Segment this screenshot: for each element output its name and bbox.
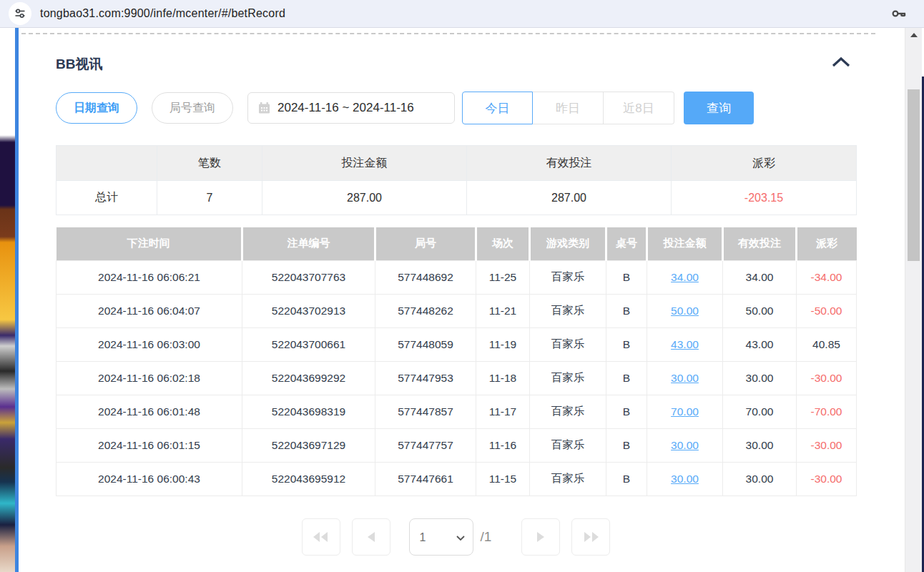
cell-game: 百家乐 [530, 327, 606, 361]
tune-icon [14, 8, 26, 19]
table-row: 2024-11-16 06:04:07522043702913577448262… [56, 294, 857, 327]
calendar-icon [258, 102, 270, 114]
cell-bet: 30.00 [647, 462, 723, 495]
cell-table_no: B [606, 294, 647, 327]
page-total: /1 [481, 529, 492, 545]
cell-session: 11-18 [476, 361, 530, 395]
last-page-button[interactable] [571, 518, 610, 556]
cell-time: 2024-11-16 06:04:07 [56, 294, 242, 327]
password-key-icon[interactable] [891, 6, 908, 24]
cell-time: 2024-11-16 06:02:18 [56, 361, 242, 395]
cell-bet: 43.00 [647, 327, 723, 361]
filter-bar: 日期查询 局号查询 2024-11-16 ~ 2024-11-16 今日 昨日 … [56, 92, 754, 124]
round-query-tab[interactable]: 局号查询 [152, 92, 233, 124]
url-text[interactable]: tongbao31.com:9900/infe/mcenter/#/betRec… [40, 7, 285, 20]
page-select-dropdown[interactable]: 1 [410, 519, 473, 555]
yesterday-button[interactable]: 昨日 [533, 92, 604, 124]
cell-table_no: B [606, 395, 647, 428]
cell-order: 522043700661 [242, 327, 375, 361]
cell-game: 百家乐 [530, 361, 606, 395]
header-bet-time: 下注时间 [56, 227, 242, 260]
cell-session: 11-21 [476, 294, 530, 327]
cell-payout: -70.00 [797, 395, 857, 428]
cell-bet: 30.00 [647, 361, 723, 395]
today-button[interactable]: 今日 [462, 92, 533, 124]
cell-payout: 40.85 [797, 327, 857, 361]
summary-payout-value: -203.15 [672, 181, 857, 215]
cell-payout: -34.00 [797, 260, 857, 294]
cell-time: 2024-11-16 06:01:48 [56, 395, 242, 428]
header-game-type: 游戏类别 [530, 227, 606, 260]
table-row: 2024-11-16 06:00:43522043695912577447661… [56, 462, 857, 495]
cell-round: 577447953 [375, 361, 476, 395]
header-bet-amount: 投注金额 [647, 227, 723, 260]
summary-header-row: 笔数 投注金额 有效投注 派彩 [56, 146, 857, 181]
next-page-button[interactable] [521, 518, 560, 556]
header-table-no: 桌号 [606, 227, 647, 260]
cell-table_no: B [606, 462, 647, 495]
double-right-arrow-icon [584, 532, 599, 542]
bet-amount-link[interactable]: 70.00 [671, 405, 699, 418]
cell-valid: 34.00 [723, 260, 797, 294]
cell-round: 577448262 [375, 294, 476, 327]
summary-header-count: 笔数 [157, 146, 262, 181]
scrollbar-thumb[interactable] [908, 89, 920, 261]
summary-header-payout: 派彩 [672, 146, 857, 181]
first-page-button[interactable] [302, 518, 340, 556]
summary-total-label: 总计 [56, 181, 157, 215]
prev-page-button[interactable] [352, 518, 390, 556]
summary-header-bet: 投注金额 [262, 146, 467, 181]
right-arrow-icon [537, 532, 544, 542]
cell-game: 百家乐 [530, 260, 606, 294]
cell-round: 577447857 [375, 395, 476, 428]
bet-amount-link[interactable]: 30.00 [671, 473, 699, 485]
summary-table: 笔数 投注金额 有效投注 派彩 总计 7 287.00 287.00 -203.… [56, 145, 857, 215]
panel-title: BB视讯 [56, 55, 102, 74]
cell-payout: -50.00 [797, 294, 857, 327]
summary-bet-value: 287.00 [262, 181, 467, 215]
date-query-tab[interactable]: 日期查询 [56, 92, 137, 124]
cell-table_no: B [606, 260, 647, 294]
search-button[interactable]: 查询 [684, 92, 754, 124]
cell-game: 百家乐 [530, 462, 606, 495]
header-order-no: 注单编号 [242, 227, 375, 260]
underlying-page-strip [0, 28, 15, 572]
cell-session: 11-17 [476, 395, 530, 428]
cell-valid: 30.00 [723, 361, 797, 395]
cell-time: 2024-11-16 06:03:00 [56, 327, 242, 361]
cell-time: 2024-11-16 06:00:43 [56, 462, 242, 495]
cell-valid: 50.00 [723, 294, 797, 327]
bet-amount-link[interactable]: 34.00 [671, 271, 699, 283]
table-row: 2024-11-16 06:01:15522043697129577447757… [56, 428, 857, 462]
left-arrow-icon [368, 532, 375, 542]
cell-valid: 70.00 [723, 395, 797, 428]
records-header-row: 下注时间 注单编号 局号 场次 游戏类别 桌号 投注金额 有效投注 派彩 [56, 227, 857, 260]
scrollbar-up-button[interactable] [905, 29, 922, 40]
cell-payout: -30.00 [797, 428, 857, 462]
cell-round: 577448692 [375, 260, 476, 294]
page-select[interactable]: 1 [409, 518, 473, 556]
bet-amount-link[interactable]: 30.00 [671, 439, 699, 451]
cell-game: 百家乐 [530, 395, 606, 428]
cell-bet: 34.00 [647, 260, 723, 294]
browser-address-bar[interactable]: tongbao31.com:9900/infe/mcenter/#/betRec… [0, 0, 924, 28]
bet-amount-link[interactable]: 43.00 [671, 338, 699, 350]
date-range-input[interactable]: 2024-11-16 ~ 2024-11-16 [247, 92, 455, 124]
cell-order: 522043702913 [242, 294, 375, 327]
cell-session: 11-25 [476, 260, 530, 294]
header-valid-bet: 有效投注 [723, 227, 797, 260]
table-row: 2024-11-16 06:02:18522043699292577447953… [56, 361, 857, 395]
collapse-chevron-icon[interactable] [831, 56, 851, 71]
cell-session: 11-15 [476, 462, 530, 495]
cell-order: 522043698319 [242, 395, 375, 428]
table-row: 2024-11-16 06:06:21522043707763577448692… [56, 260, 857, 294]
bet-record-panel: BB视讯 日期查询 局号查询 2024-11-16 ~ 2024-11-16 今… [19, 28, 905, 572]
bet-amount-link[interactable]: 30.00 [671, 372, 699, 384]
cell-round: 577447757 [375, 428, 476, 462]
browser-scrollbar[interactable] [905, 28, 922, 572]
cell-round: 577448059 [375, 327, 476, 361]
site-settings-icon[interactable] [9, 2, 31, 25]
bet-amount-link[interactable]: 50.00 [671, 305, 699, 317]
scroll-up-icon [910, 33, 918, 37]
last8days-button[interactable]: 近8日 [604, 92, 674, 124]
